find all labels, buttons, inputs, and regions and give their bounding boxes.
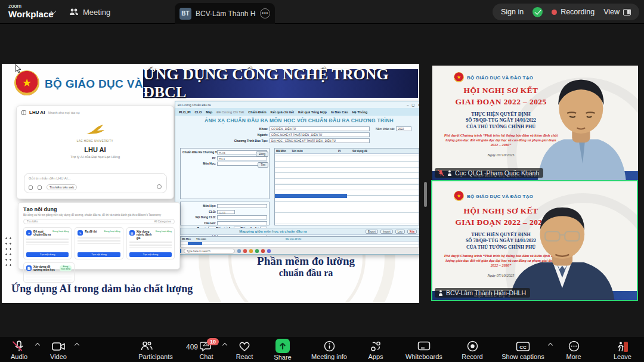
security-shield-icon[interactable]: [532, 7, 543, 17]
video-ministry-title: BỘ GIÁO DỤC VÀ ĐÀO TẠO: [467, 194, 533, 199]
clo-select[interactable]: CLO1: [217, 210, 235, 214]
selected-mapping-cell[interactable]: [188, 242, 202, 245]
audio-options-chevron[interactable]: [35, 343, 40, 348]
portal-search-bar[interactable]: Tìm kiếm All Categories: [23, 219, 175, 224]
portal-card[interactable]: ▦Xây dựng rubric đánh giáĐang hoạt động …: [126, 227, 175, 259]
close-icon[interactable]: ✕: [417, 103, 419, 107]
menu-item[interactable]: Đề Cương Chi Tiết: [216, 110, 244, 114]
attach-icon[interactable]: [29, 185, 33, 190]
lhu-tagline: Trợ lý AI của Đại học Lạc Hồng: [21, 155, 169, 159]
cauhoi-input[interactable]: [217, 221, 267, 225]
view-label: View: [603, 8, 620, 16]
taskbar-app-icons[interactable]: [237, 249, 271, 253]
more-button[interactable]: More: [561, 339, 587, 361]
portal-title: Tạo nội dung: [23, 206, 175, 212]
close-button[interactable]: Đóng: [256, 151, 268, 157]
image-icon[interactable]: [38, 185, 42, 190]
share-button[interactable]: Share: [270, 339, 296, 361]
whiteboards-button[interactable]: Whiteboards: [401, 339, 447, 361]
video-options-chevron[interactable]: [75, 343, 79, 348]
card-description: [129, 242, 172, 248]
participants-icon: [141, 341, 153, 352]
portal-card[interactable]: ✦Đề xuất chuẩn đầu raĐang hoạt động Tạo …: [23, 227, 72, 259]
apps-button[interactable]: Apps: [363, 339, 389, 361]
portal-card[interactable]: ✎Ra đề thiĐang hoạt động Tạo nội dung: [75, 227, 123, 259]
delete-button[interactable]: Xóa: [407, 230, 417, 234]
recording-indicator: Recording: [552, 8, 595, 16]
portal-card[interactable]: 📄Xây dựng đề cương môn họcĐang hoạt động: [23, 262, 75, 283]
lhu-input-tools: Tìm kiếm trên web: [29, 184, 77, 190]
taskbar-icon[interactable]: [243, 249, 247, 253]
sign-in-button[interactable]: Sign in: [501, 8, 524, 16]
export-button[interactable]: Export: [366, 230, 378, 234]
ai-portal-screenshot: Tạo nội dung Bộ công cụ hỗ trợ giảng viê…: [18, 202, 180, 270]
field-label: Ngành:: [233, 133, 270, 137]
participants-button[interactable]: 409 Participants: [130, 339, 181, 361]
taskbar-icon[interactable]: [249, 249, 253, 253]
meeting-info-button[interactable]: Meeting info: [308, 339, 351, 361]
create-content-button[interactable]: Tạo nội dung: [78, 252, 120, 257]
logo-line-workplace: Workplace: [8, 10, 54, 18]
khoa-select[interactable]: CƠ ĐIỆN - ĐIỆN TỬ: [270, 126, 370, 131]
view-button[interactable]: View: [603, 8, 631, 16]
chat-options-chevron[interactable]: [222, 342, 227, 347]
card-description: [26, 239, 69, 245]
lhu-message-input[interactable]: Gửi tin nhắn đến LHU AI... Tìm kiếm trên…: [24, 173, 167, 193]
monhoc-value[interactable]: [217, 204, 267, 208]
taskbar-search-input[interactable]: Type here to search: [184, 249, 235, 253]
participant-person-bottom: [501, 206, 620, 300]
nganh-select[interactable]: CÔNG NGHỆ KỸ THUẬT ĐIỆN - ĐIỆN TỬ: [270, 132, 370, 137]
tab-meeting[interactable]: Meeting: [69, 5, 110, 19]
top-bar: zoom Workplace Meeting BT BCV-Lâm Thành …: [0, 0, 644, 24]
save-button[interactable]: Lưu: [395, 230, 405, 234]
video-button[interactable]: Video: [45, 339, 72, 360]
audio-button[interactable]: Audio: [6, 339, 32, 360]
selected-row[interactable]: [275, 194, 347, 198]
dots-decoration: [4, 236, 13, 267]
minimize-icon[interactable]: –: [407, 103, 408, 107]
participant-name: Cục QLCL-Phạm Quốc Khánh: [455, 169, 539, 177]
show-captions-button[interactable]: CC Show captions: [497, 339, 549, 361]
taskbar-icon[interactable]: [267, 249, 271, 253]
heart-icon: [239, 341, 250, 352]
menu-item[interactable]: Chấm Điểm: [248, 110, 266, 114]
participant-video-top[interactable]: ★ BỘ GIÁO DỤC VÀ ĐÀO TẠO HỘI NGHỊ SƠ KẾT…: [432, 66, 638, 180]
menu-item[interactable]: CLO: [195, 110, 202, 114]
tab-options-icon[interactable]: •••: [260, 8, 270, 18]
create-content-button[interactable]: Tạo nội dung: [26, 252, 69, 257]
web-search-toggle[interactable]: Tìm kiếm trên web: [47, 184, 77, 190]
app-course-table[interactable]: Mã Môn Tên môn PI Sử dụng đề: [274, 148, 419, 225]
field-label: Khoa:: [233, 127, 270, 131]
ctdt-select[interactable]: ĐẠI HỌC - CÔNG NGHỆ KỸ THUẬT ĐIỆN - ĐIỆN…: [270, 138, 370, 143]
slide-title-text: ỨNG DỤNG CÔNG NGHỆ TRONG ĐBCL: [143, 66, 418, 101]
year-select[interactable]: 2022: [396, 126, 411, 131]
react-button[interactable]: React: [231, 339, 258, 361]
send-icon[interactable]: [157, 184, 162, 189]
menu-item[interactable]: Kết quả Tổng Hợp: [298, 110, 327, 114]
taskbar-icon[interactable]: [237, 249, 241, 253]
mapping-table[interactable]: Mã Môn Tên môn Ma trận đề thi: [180, 236, 419, 248]
leave-button[interactable]: Leave: [609, 339, 636, 360]
noidung-input[interactable]: [217, 215, 267, 219]
menu-item[interactable]: PLO_PI: [179, 110, 191, 114]
import-button[interactable]: Import: [380, 230, 393, 234]
record-button[interactable]: Record: [459, 339, 485, 361]
menu-item[interactable]: In Báo Cáo: [331, 110, 348, 114]
menu-item[interactable]: Map: [206, 110, 212, 114]
mapping-title: Mapping giữa môn học và chuẩn đầu ra: [181, 230, 366, 233]
menu-item[interactable]: Hệ Thống: [352, 110, 367, 114]
chat-button[interactable]: 10 Chat: [193, 339, 219, 361]
tab-shared-screen[interactable]: BT BCV-Lâm Thành Hiển-DHLH's scr •••: [175, 3, 275, 24]
field-label: Chuẩn Đầu Ra Chương Trình:: [182, 151, 217, 154]
find-button[interactable]: Tìm: [258, 162, 268, 168]
portal-filter[interactable]: All Categories: [154, 220, 171, 223]
captions-options-chevron[interactable]: [548, 342, 553, 347]
maximize-icon[interactable]: ▢: [411, 103, 414, 107]
taskbar-icon[interactable]: [255, 249, 259, 253]
participant-video-bottom-active[interactable]: ★ BỘ GIÁO DỤC VÀ ĐÀO TẠO HỘI NGHỊ SƠ KẾT…: [431, 180, 638, 301]
gallery-scrollbar[interactable]: [424, 182, 427, 207]
taskbar-icon[interactable]: [261, 249, 265, 253]
menu-item[interactable]: Kết quả chi tiết: [271, 110, 294, 114]
card-status-badge: Đang hoạt động: [156, 230, 172, 233]
create-content-button[interactable]: Tạo nội dung: [129, 252, 172, 257]
